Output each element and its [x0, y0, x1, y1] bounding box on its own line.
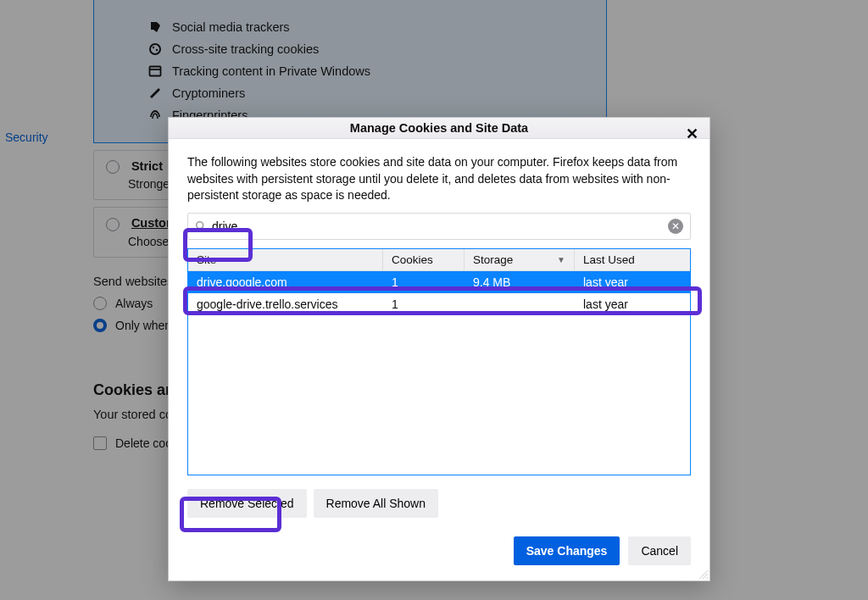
clear-icon: ✕	[671, 220, 680, 232]
save-changes-button[interactable]: Save Changes	[514, 536, 620, 565]
manage-cookies-dialog: Manage Cookies and Site Data ✕ The follo…	[168, 117, 710, 581]
table-row[interactable]: google-drive.trello.services1last year	[188, 293, 690, 315]
search-field[interactable]: ✕	[187, 213, 691, 240]
table-header: Site Cookies Storage ▼ Last Used	[188, 249, 690, 271]
col-site[interactable]: Site	[188, 249, 383, 270]
close-icon: ✕	[686, 125, 698, 143]
col-storage[interactable]: Storage ▼	[465, 249, 575, 270]
col-last-used[interactable]: Last Used	[575, 249, 690, 270]
remove-selected-button[interactable]: Remove Selected	[187, 489, 307, 518]
dialog-header: Manage Cookies and Site Data ✕	[169, 118, 709, 139]
cell-cookies: 1	[383, 297, 465, 311]
svg-line-6	[203, 228, 205, 231]
svg-point-5	[197, 222, 203, 229]
cell-site: drive.google.com	[188, 275, 383, 289]
svg-line-9	[706, 577, 708, 579]
cell-site: google-drive.trello.services	[188, 297, 383, 311]
table-row[interactable]: drive.google.com19.4 MBlast year	[188, 271, 690, 293]
close-button[interactable]: ✕	[682, 125, 701, 143]
clear-search-button[interactable]: ✕	[668, 219, 683, 234]
col-cookies[interactable]: Cookies	[383, 249, 465, 270]
cancel-button[interactable]: Cancel	[628, 536, 691, 565]
cell-last-used: last year	[575, 275, 690, 289]
dialog-description: The following websites store cookies and…	[187, 154, 691, 204]
search-input[interactable]	[212, 219, 668, 233]
sort-desc-icon: ▼	[557, 255, 565, 264]
sites-table: Site Cookies Storage ▼ Last Used drive.g…	[187, 248, 691, 475]
remove-all-shown-button[interactable]: Remove All Shown	[314, 489, 439, 518]
cell-cookies: 1	[383, 275, 465, 289]
cell-last-used: last year	[575, 297, 690, 311]
search-icon	[195, 220, 207, 232]
dialog-title: Manage Cookies and Site Data	[350, 121, 528, 135]
cell-storage: 9.4 MB	[465, 275, 575, 289]
resize-grip-icon[interactable]	[698, 569, 708, 579]
